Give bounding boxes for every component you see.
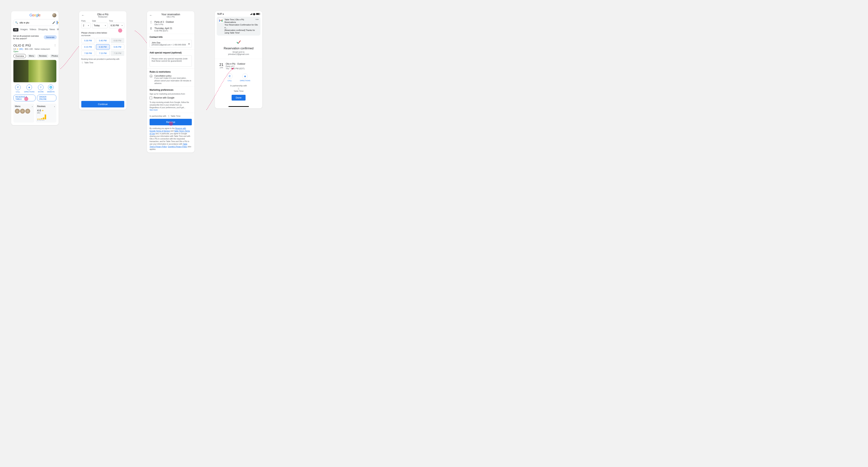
place-title: OLIO E PIÙ <box>13 44 31 48</box>
contact-name: John Doe <box>152 41 186 44</box>
place-meta: 4.6 ★ (6K) · $50–100 · Italian restauran… <box>13 48 56 53</box>
party-label: Party <box>81 20 91 22</box>
section-special-request: Add special request (optional) Please en… <box>147 50 194 69</box>
signal-icon <box>250 13 252 15</box>
page-subtitle: Olio e Più <box>147 16 194 18</box>
section-marketing: Marketing preferences Sign up for market… <box>147 87 194 113</box>
contact-detail: johndoe12@gmail.com + 1 458-849-0506 <box>152 44 186 46</box>
done-button[interactable]: Done <box>231 95 246 100</box>
reviews-link[interactable]: (6K) <box>19 48 23 50</box>
search-tabs: All Images Videos Shopping News Maps <box>11 27 59 33</box>
call-button[interactable]: ✆CALL <box>227 74 232 82</box>
reviews-card[interactable]: Reviews › 4.6 ★ (6K) 12345 <box>36 104 57 122</box>
chip-overview[interactable]: Overview <box>13 54 26 58</box>
email-sent-label: Email sent to <box>219 51 258 53</box>
location-icon: ➤ <box>222 13 224 15</box>
kebab-icon[interactable]: ⋮ <box>54 44 56 47</box>
chevron-icon: › <box>54 105 55 108</box>
time-slot[interactable]: 5:45 PM <box>96 38 110 43</box>
partner-logo-icon: 🍴 <box>81 62 84 64</box>
directions-icon: ◈ <box>244 75 246 78</box>
google-privacy-link[interactable]: Google's Privacy Policy <box>168 146 187 148</box>
checkbox-icon <box>150 97 152 99</box>
section-contact: Contact Info John Doe johndoe12@gmail.co… <box>147 34 194 50</box>
back-icon[interactable]: ← <box>149 13 153 17</box>
time-slot[interactable]: 5:30 PM <box>81 38 95 43</box>
directions-icon: ◈ <box>28 86 30 89</box>
time-label: Time <box>109 20 124 22</box>
tap-indicator <box>169 122 173 126</box>
tab-all[interactable]: All <box>13 28 19 31</box>
section-reserve: In partnership with 🍴 Table Time Reserve… <box>147 113 194 152</box>
search-icon: 🔍 <box>15 21 18 24</box>
globe-icon: 🌐 <box>49 86 52 89</box>
see-more-link[interactable]: See more <box>150 109 192 111</box>
time-slot[interactable]: 6:30 PM <box>96 44 110 50</box>
place-card: OLIO E PIÙ ⋮ 4.6 ★ (6K) · $50–100 · Ital… <box>11 42 59 125</box>
home-indicator <box>228 106 249 107</box>
chevron-icon: › <box>32 105 33 108</box>
ai-overview-text: Get an AI-powered overview for this sear… <box>13 35 41 40</box>
generate-button[interactable]: Generate <box>44 35 57 39</box>
date-select[interactable]: Today▾ <box>92 23 107 28</box>
chip-reviews[interactable]: Reviews <box>37 54 49 58</box>
lens-icon[interactable] <box>57 21 58 24</box>
marketing-checkbox[interactable]: Reserve with Google <box>150 96 192 99</box>
page-subtitle: Restaurant <box>79 16 126 18</box>
status-bar: 5:27 ➤ ⬤ <box>215 11 262 16</box>
time-slot: 7:30 PM <box>111 51 124 56</box>
party-select[interactable]: 2▾ <box>81 23 91 28</box>
tap-indicator <box>24 97 28 101</box>
search-input[interactable] <box>20 21 51 24</box>
time-slot[interactable]: 7:00 PM <box>81 51 95 56</box>
caret-down-icon: ▾ <box>88 25 89 26</box>
tab-videos[interactable]: Videos <box>30 28 36 31</box>
time-slot[interactable]: 6:15 PM <box>81 44 95 50</box>
action-share[interactable]: ⇪SHARE <box>38 85 44 93</box>
page-title: Your reservation <box>147 13 194 16</box>
special-request-input[interactable]: Please enter any special requests (note … <box>150 56 192 67</box>
time-select[interactable]: 6:30 PM▾ <box>109 23 124 28</box>
time-slot[interactable]: 7:15 PM <box>96 51 110 56</box>
search-bar[interactable]: 🔍 🎤 <box>13 19 57 26</box>
chip-menu[interactable]: Menu <box>27 54 36 58</box>
partner-name: Table Time <box>219 90 258 92</box>
tab-news[interactable]: News <box>50 28 55 31</box>
wifi-icon: ⬤ <box>253 13 255 15</box>
rating-histogram <box>37 115 55 119</box>
action-call[interactable]: ✆CALL <box>15 85 21 93</box>
tap-indicator <box>118 28 122 33</box>
star-icon: ★ <box>17 48 19 50</box>
order-online-button[interactable]: ORDER ONLINE <box>37 95 56 101</box>
contact-card[interactable]: John Doe johndoe12@gmail.com + 1 458-849… <box>150 40 192 48</box>
marketing-fineprint: To stop receiving emails from Google, fo… <box>150 101 192 109</box>
screen-confirmation: 5:27 ➤ ⬤ Table Time | Olio e Più Reserva… <box>215 11 262 108</box>
account-avatar[interactable] <box>52 13 56 17</box>
chip-photos[interactable]: Photos <box>50 54 59 58</box>
screen-search-result: Google 🔍 🎤 All Images Videos Shopping Ne… <box>11 11 59 125</box>
caret-down-icon: ▾ <box>105 25 106 26</box>
tab-maps[interactable]: Maps <box>57 28 59 31</box>
partner-logo-icon: 🍴 <box>237 88 240 90</box>
hero-photo[interactable] <box>13 60 56 82</box>
tab-images[interactable]: Images <box>20 28 28 31</box>
partner-label: In partnership with <box>219 85 258 87</box>
checkmark-icon <box>236 39 242 45</box>
mic-icon[interactable]: 🎤 <box>52 21 55 24</box>
menu-card[interactable]: Menu › <box>13 104 34 122</box>
caret-down-icon: ▾ <box>122 25 123 26</box>
phone-icon: ✆ <box>17 86 19 89</box>
tab-shopping[interactable]: Shopping <box>38 28 48 31</box>
notification-banner[interactable]: Table Time | Olio e Più Reservationsnow … <box>217 17 260 35</box>
partner-name: Table Time <box>84 62 93 64</box>
continue-button[interactable]: Continue <box>81 101 124 108</box>
time-slot[interactable]: 6:45 PM <box>111 44 124 50</box>
section-rules: Rules & restrictions ✕ Cancellation poli… <box>147 69 194 87</box>
share-icon: ⇪ <box>40 86 42 89</box>
action-website[interactable]: 🌐WEBSITE <box>47 85 55 93</box>
back-icon[interactable]: ← <box>81 13 85 17</box>
star-icon: ★ <box>42 109 44 112</box>
action-directions[interactable]: ◈DIRECTIONS <box>24 85 35 93</box>
email-value: johndoe12@gmail.com <box>219 53 258 55</box>
directions-button[interactable]: ◈DIRECTIONS <box>240 74 250 82</box>
